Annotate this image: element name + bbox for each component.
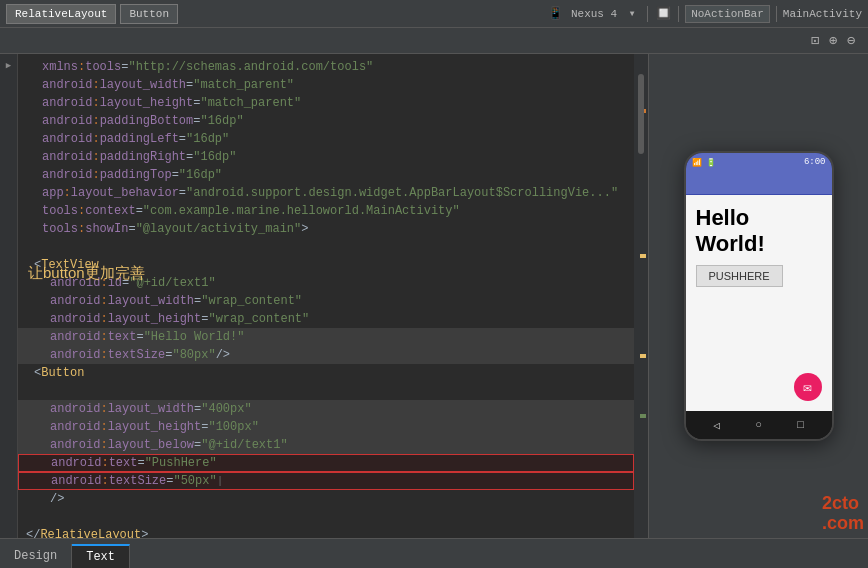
separator-3 <box>776 6 777 22</box>
recents-nav-btn[interactable]: □ <box>793 417 809 433</box>
code-line-empty <box>18 382 634 400</box>
tab-button[interactable]: Button <box>120 4 178 24</box>
code-line: <TextView <box>18 256 634 274</box>
code-line: /> <box>18 490 634 508</box>
code-line: tools:context="com.example.marine.hellow… <box>18 202 634 220</box>
code-line: android:layout_height="wrap_content" <box>18 310 634 328</box>
toolbar-right: 📱 Nexus 4 ▾ 🔲 NoActionBar MainActivity <box>547 5 862 23</box>
bulb-icon: 💡 <box>18 454 19 472</box>
device-label: Nexus 4 <box>571 8 617 20</box>
bottom-tabs: Design Text <box>0 538 868 568</box>
phone-status-bar: 📶 🔋 6:00 <box>686 153 832 171</box>
phone-nav-bar: ◁ ○ □ <box>686 411 832 439</box>
scroll-thumb[interactable] <box>638 74 644 154</box>
code-line: android:paddingRight="16dp" <box>18 148 634 166</box>
hello-world-text: Hello World! <box>696 205 822 257</box>
zoom-fit-icon[interactable]: ⊡ <box>806 32 824 50</box>
code-line: tools:showIn="@layout/activity_main"> <box>18 220 634 238</box>
code-line: app:layout_behavior="android.support.des… <box>18 184 634 202</box>
watermark-line1: 2cto <box>822 494 864 514</box>
code-line-highlighted: android:layout_height="100px" <box>18 418 634 436</box>
phone-toolbar <box>686 171 832 195</box>
code-line-highlighted: android:layout_below="@+id/text1" <box>18 436 634 454</box>
code-line: android:id="@+id/text1" <box>18 274 634 292</box>
code-line-empty <box>18 238 634 256</box>
code-line: android:paddingTop="16dp" <box>18 166 634 184</box>
code-line: android:layout_height="match_parent" <box>18 94 634 112</box>
separator-2 <box>678 6 679 22</box>
code-line-highlighted: android:layout_width="400px" <box>18 400 634 418</box>
scroll-marker <box>640 354 646 358</box>
top-toolbar: RelativeLayout Button 📱 Nexus 4 ▾ 🔲 NoAc… <box>0 0 868 28</box>
code-line: android:paddingLeft="16dp" <box>18 130 634 148</box>
main-content: ▶ xmlns:tools="http://schemas.android.co… <box>0 54 868 538</box>
tab-design[interactable]: Design <box>0 544 72 568</box>
chevron-down-icon[interactable]: ▾ <box>623 5 641 23</box>
code-line-empty <box>18 508 634 526</box>
code-line-highlighted: android:textSize="80px" /> <box>18 346 634 364</box>
fab-icon: ✉ <box>803 379 811 396</box>
tab-relative-layout[interactable]: RelativeLayout <box>6 4 116 24</box>
code-line: android:paddingBottom="16dp" <box>18 112 634 130</box>
zoom-in-icon[interactable]: ⊕ <box>824 32 842 50</box>
code-line: android:layout_width="match_parent" <box>18 76 634 94</box>
push-here-button[interactable]: PUSHHERE <box>696 265 783 287</box>
scrollbar[interactable] <box>634 54 648 538</box>
code-line-closing: </RelativeLayout> <box>18 526 634 538</box>
fab-button[interactable]: ✉ <box>794 373 822 401</box>
no-action-bar-btn[interactable]: NoActionBar <box>685 5 770 23</box>
code-editor[interactable]: xmlns:tools="http://schemas.android.com/… <box>18 54 634 538</box>
code-line: xmlns:tools="http://schemas.android.com/… <box>18 58 634 76</box>
code-line-outlined[interactable]: 💡 android:text="PushHere" <box>18 454 634 472</box>
preview-panel: 📶 🔋 6:00 Hello World! PUSHHERE ✉ ◁ ○ □ <box>648 54 868 538</box>
watermark: 2cto .com <box>822 494 864 534</box>
back-nav-btn[interactable]: ◁ <box>709 417 725 433</box>
scroll-marker <box>640 254 646 258</box>
phone-frame: 📶 🔋 6:00 Hello World! PUSHHERE ✉ ◁ ○ □ <box>684 151 834 441</box>
home-nav-btn[interactable]: ○ <box>751 417 767 433</box>
code-line: android:layout_width="wrap_content" <box>18 292 634 310</box>
code-line-highlighted: android:text="Hello World!" <box>18 328 634 346</box>
separator-1 <box>647 6 648 22</box>
code-line-outlined[interactable]: android:textSize="50px"| <box>18 472 634 490</box>
phone-clock: 6:00 <box>804 157 826 167</box>
phone-icon[interactable]: 📱 <box>547 5 565 23</box>
zoom-out-icon[interactable]: ⊖ <box>842 32 860 50</box>
phone-time: 📶 🔋 <box>692 158 717 167</box>
gutter-arrow-icon: ▶ <box>2 58 16 72</box>
left-gutter: ▶ <box>0 54 18 538</box>
tab-text[interactable]: Text <box>72 544 130 568</box>
main-activity-label: MainActivity <box>783 8 862 20</box>
watermark-line2: .com <box>822 514 864 534</box>
api-icon[interactable]: 🔲 <box>654 5 672 23</box>
scroll-marker <box>640 414 646 418</box>
code-line: <Button <box>18 364 634 382</box>
